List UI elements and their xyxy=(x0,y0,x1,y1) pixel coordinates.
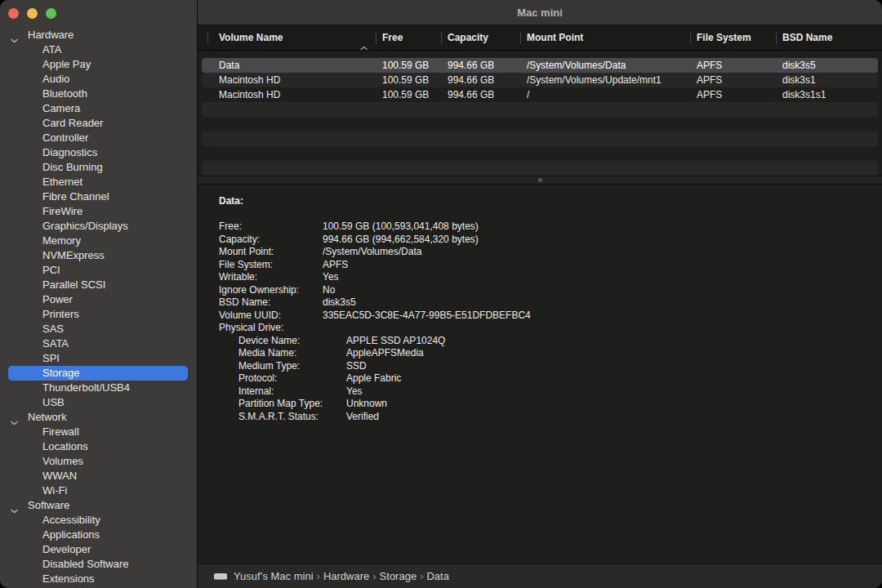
sidebar-item-ethernet[interactable]: Ethernet xyxy=(8,175,188,189)
detail-label: Medium Type: xyxy=(238,360,346,373)
sidebar-group-hardware[interactable]: Hardware xyxy=(8,28,188,42)
sidebar-item-thunderbolt-usb4[interactable]: Thunderbolt/USB4 xyxy=(8,381,188,395)
detail-value: disk3s5 xyxy=(323,296,356,308)
details-title: Data: xyxy=(219,194,882,207)
sidebar-item-graphics-displays[interactable]: Graphics/Displays xyxy=(8,219,188,234)
titlebar[interactable]: Mac mini xyxy=(198,0,882,25)
cell-empty xyxy=(690,102,776,117)
category-tree: HardwareATAApple PayAudioBluetoothCamera… xyxy=(0,28,197,588)
close-button[interactable] xyxy=(8,8,19,19)
zoom-button[interactable] xyxy=(46,8,56,19)
sidebar-item-disabled-software[interactable]: Disabled Software xyxy=(8,557,188,572)
sidebar-item-sas[interactable]: SAS xyxy=(8,322,188,336)
column-header-free[interactable]: Free xyxy=(376,25,441,50)
sidebar-item-storage[interactable]: Storage xyxy=(8,366,188,381)
table-row[interactable]: Macintosh HD100.59 GB994.66 GB/System/Vo… xyxy=(202,73,878,87)
cell-empty xyxy=(376,161,441,176)
sidebar-item-power[interactable]: Power xyxy=(8,292,188,307)
detail-label: Capacity: xyxy=(219,234,323,247)
detail-label: S.M.A.R.T. Status: xyxy=(238,411,346,424)
cell-empty xyxy=(520,131,690,146)
sidebar-item-applications[interactable]: Applications xyxy=(8,528,188,542)
column-header-mount-point[interactable]: Mount Point xyxy=(520,25,690,50)
detail-line: Protocol:Apple Fabric xyxy=(219,372,882,385)
detail-value: 335EAC5D-3C8E-4A77-99B5-E51DFDBEFBC4 xyxy=(323,310,531,321)
sort-ascending-icon xyxy=(360,35,368,50)
column-header-bsd-name[interactable]: BSD Name xyxy=(776,25,882,50)
sidebar-item-sata[interactable]: SATA xyxy=(8,336,188,351)
sidebar-item-volumes[interactable]: Volumes xyxy=(8,454,188,469)
breadcrumb-separator: › xyxy=(416,570,426,582)
sidebar-item-pci[interactable]: PCI xyxy=(8,263,188,278)
cell-empty xyxy=(520,117,690,131)
sidebar-item-fibre-channel[interactable]: Fibre Channel xyxy=(8,189,188,204)
detail-label: Device Name: xyxy=(238,335,346,348)
sidebar-item-card-reader[interactable]: Card Reader xyxy=(8,116,188,131)
detail-value: /System/Volumes/Data xyxy=(323,246,421,257)
cell-empty xyxy=(520,146,690,161)
sidebar-item-spi[interactable]: SPI xyxy=(8,351,188,366)
sidebar-item-developer[interactable]: Developer xyxy=(8,542,188,557)
sidebar-item-wwan[interactable]: WWAN xyxy=(8,469,188,483)
sidebar-item-controller[interactable]: Controller xyxy=(8,131,188,145)
cell-empty xyxy=(776,117,878,131)
breadcrumb-bar: Yusuf’s Mac mini›Hardware›Storage›Data xyxy=(198,564,882,588)
cell-free: 100.59 GB xyxy=(376,73,441,87)
sidebar-item-audio[interactable]: Audio xyxy=(8,72,188,87)
pane-splitter[interactable] xyxy=(198,176,882,185)
detail-label: Partition Map Type: xyxy=(238,398,346,411)
sidebar-item-nvmexpress[interactable]: NVMExpress xyxy=(8,248,188,263)
sidebar-item-extensions[interactable]: Extensions xyxy=(8,572,188,586)
cell-free: 100.59 GB xyxy=(376,58,441,73)
column-header-volume-name[interactable]: Volume Name xyxy=(198,25,376,50)
breadcrumb-segment-storage: Storage xyxy=(380,570,417,582)
minimize-button[interactable] xyxy=(27,8,38,19)
cell-empty xyxy=(520,161,690,176)
details-pane: Data: Free:100.59 GB (100,593,041,408 by… xyxy=(198,185,882,564)
sidebar-group-network[interactable]: Network xyxy=(8,410,188,425)
detail-line: Internal:Yes xyxy=(219,385,882,399)
column-header-capacity[interactable]: Capacity xyxy=(441,25,520,50)
table-row-empty xyxy=(202,146,878,161)
detail-label: File System: xyxy=(219,259,323,272)
sidebar-item-firewire[interactable]: FireWire xyxy=(8,204,188,219)
sidebar-group-label: Network xyxy=(28,411,67,423)
cell-mount: /System/Volumes/Data xyxy=(520,58,690,73)
table-row-empty xyxy=(202,131,878,146)
sidebar-group-software[interactable]: Software xyxy=(8,498,188,513)
cell-empty xyxy=(376,131,441,146)
detail-line: Media Name:AppleAPFSMedia xyxy=(219,347,882,360)
table-row[interactable]: Macintosh HD100.59 GB994.66 GB/APFSdisk3… xyxy=(202,87,878,102)
cell-empty xyxy=(441,146,520,161)
detail-label: Free: xyxy=(219,220,323,234)
sidebar-item-wi-fi[interactable]: Wi-Fi xyxy=(8,483,188,498)
window-controls xyxy=(0,0,197,28)
detail-label: Protocol: xyxy=(238,372,346,385)
sidebar-item-apple-pay[interactable]: Apple Pay xyxy=(8,57,188,72)
cell-empty xyxy=(202,161,376,176)
cell-empty xyxy=(376,102,441,117)
detail-line: Partition Map Type:Unknown xyxy=(219,398,882,411)
breadcrumb-separator: › xyxy=(314,570,323,582)
sidebar-item-printers[interactable]: Printers xyxy=(8,307,188,322)
sidebar-item-memory[interactable]: Memory xyxy=(8,234,188,248)
sidebar-item-disc-burning[interactable]: Disc Burning xyxy=(8,160,188,175)
sidebar: HardwareATAApple PayAudioBluetoothCamera… xyxy=(0,0,198,588)
column-header-file-system[interactable]: File System xyxy=(690,25,776,50)
sidebar-item-usb[interactable]: USB xyxy=(8,395,188,410)
sidebar-item-firewall[interactable]: Firewall xyxy=(8,425,188,439)
sidebar-item-locations[interactable]: Locations xyxy=(8,439,188,454)
sidebar-item-bluetooth[interactable]: Bluetooth xyxy=(8,87,188,101)
table-row[interactable]: Data100.59 GB994.66 GB/System/Volumes/Da… xyxy=(202,58,878,73)
sidebar-group-label: Hardware xyxy=(28,29,74,41)
detail-label: Ignore Ownership: xyxy=(219,284,323,297)
detail-value: 994.66 GB (994,662,584,320 bytes) xyxy=(323,234,479,245)
sidebar-item-camera[interactable]: Camera xyxy=(8,101,188,116)
sidebar-item-accessibility[interactable]: Accessibility xyxy=(8,513,188,528)
breadcrumb-separator: › xyxy=(369,570,379,582)
sidebar-item-ata[interactable]: ATA xyxy=(8,42,188,57)
sidebar-item-diagnostics[interactable]: Diagnostics xyxy=(8,145,188,160)
main-pane: Mac mini Volume NameFreeCapacityMount Po… xyxy=(198,0,882,588)
breadcrumb-segment-hardware: Hardware xyxy=(323,570,369,582)
sidebar-item-parallel-scsi[interactable]: Parallel SCSI xyxy=(8,278,188,292)
